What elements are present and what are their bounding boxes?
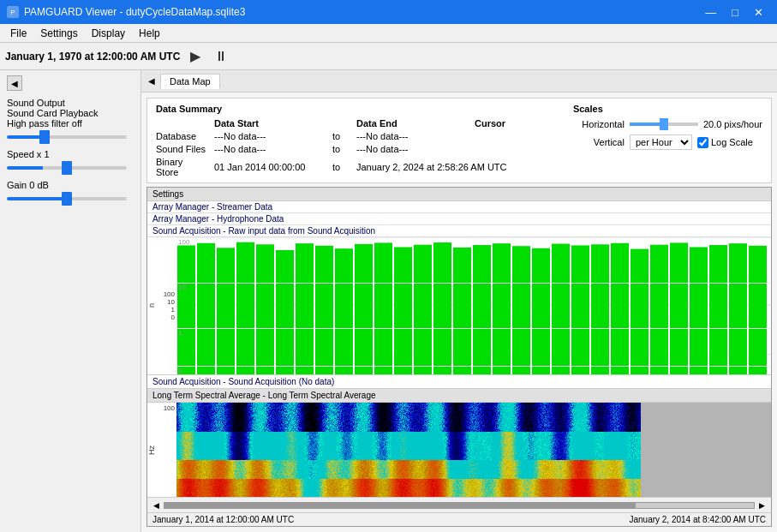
play-button[interactable]: ▶: [187, 46, 204, 66]
gain-slider[interactable]: [7, 197, 127, 200]
scroll-left-arrow[interactable]: ◀: [151, 501, 162, 510]
database-to: to: [332, 131, 350, 141]
timestamp-right: January 2, 2014 at 8:42:00 AM UTC: [629, 515, 766, 524]
high-pass-label: High pass filter off: [7, 118, 134, 129]
binary-store-start: 01 Jan 2014 00:00:00: [214, 162, 326, 172]
sound-acq-row[interactable]: Sound Acquisition - Sound Acquisition (N…: [147, 374, 771, 389]
horizontal-label: Horizontal: [573, 119, 625, 129]
menu-help[interactable]: Help: [132, 26, 167, 41]
y-label-1: 1: [171, 306, 175, 314]
sound-files-end: ---No data---: [356, 144, 468, 154]
high-pass-slider[interactable]: [7, 135, 127, 139]
sound-files-start: ---No data---: [214, 144, 326, 154]
minimize-button[interactable]: —: [698, 4, 723, 21]
scales-section: Scales Horizontal 20.0 pixs/hour Vertica…: [573, 104, 762, 177]
n-axis-label: n: [147, 303, 158, 308]
speed-label: Speed x 1: [7, 149, 134, 159]
maximize-button[interactable]: □: [725, 4, 745, 21]
data-summary-title: Data Summary: [156, 104, 545, 114]
horizontal-value: 20.0 pixs/hour: [703, 119, 762, 129]
sound-card-label: Sound Card Playback: [7, 108, 134, 118]
close-button[interactable]: ✕: [747, 4, 770, 21]
tab-bar: ◀ Data Map: [141, 70, 777, 93]
title-bar-text: PAMGUARD Viewer - dutyCycleDataMap.sqlit…: [24, 6, 245, 18]
sound-files-to: to: [332, 144, 350, 154]
y-label-10: 10: [167, 298, 175, 306]
spectrogram-area: Hz 100: [147, 403, 771, 497]
hz-axis-label: Hz: [147, 445, 158, 455]
title-bar: P PAMGUARD Viewer - dutyCycleDataMap.sql…: [0, 0, 777, 24]
hz-label-100: 100: [164, 404, 175, 412]
sound-files-label: Sound Files: [156, 144, 207, 154]
bottom-scrollbar: ◀ ▶: [147, 497, 771, 512]
app-icon: P: [7, 6, 19, 18]
speed-slider[interactable]: [7, 166, 127, 170]
menu-file[interactable]: File: [3, 26, 33, 41]
tab-data-map[interactable]: Data Map: [160, 74, 220, 89]
data-summary-panel: Data Summary Data Start Data End Cursor …: [146, 98, 772, 183]
sidebar: ◀ Sound Output Sound Card Playback High …: [0, 70, 141, 532]
menu-bar: File Settings Display Help: [0, 24, 777, 43]
data-end-header: Data End: [356, 118, 468, 129]
sound-output-label: Sound Output: [7, 98, 134, 108]
menu-display[interactable]: Display: [85, 26, 132, 41]
y-label-100: 100: [164, 290, 175, 298]
spectrogram-canvas: [176, 403, 771, 497]
scroll-thumb: [164, 503, 636, 508]
cursor-header: Cursor: [475, 118, 526, 129]
sidebar-collapse-button[interactable]: ◀: [7, 75, 22, 91]
gain-label: Gain 0 dB: [7, 180, 134, 190]
database-start: ---No data---: [214, 131, 326, 141]
horizontal-slider[interactable]: [630, 123, 698, 126]
tab-back-arrow[interactable]: ◀: [145, 76, 158, 86]
log-scale-label[interactable]: Log Scale: [697, 137, 753, 148]
data-start-header: Data Start: [214, 118, 326, 129]
array-hydrophone-row[interactable]: Array Manager - Hydrophone Data: [147, 213, 771, 225]
ltsa-header: Long Term Spectral Average - Long Term S…: [147, 389, 771, 403]
binary-store-end: January 2, 2024 at 2:58:26 AM UTC: [356, 162, 545, 172]
spectrogram-canvas-container: [176, 403, 771, 497]
sound-acq-raw-row[interactable]: Sound Acquisition - Raw input data from …: [147, 225, 771, 237]
settings-header: Settings: [147, 188, 771, 201]
vertical-label: Vertical: [573, 137, 625, 147]
vertical-select[interactable]: per Hour per Day per Week: [630, 134, 692, 150]
scales-title: Scales: [573, 104, 762, 114]
database-label: Database: [156, 131, 207, 141]
binary-store-to: to: [332, 162, 350, 172]
scroll-track[interactable]: [164, 502, 755, 509]
pause-button[interactable]: ⏸: [211, 47, 231, 66]
toolbar-datetime: January 1, 1970 at 12:00:00 AM UTC: [5, 51, 180, 63]
log-scale-checkbox[interactable]: [697, 137, 708, 148]
toolbar: January 1, 1970 at 12:00:00 AM UTC ▶ ⏸: [0, 43, 777, 70]
y-label-0: 0: [171, 314, 175, 321]
timestamp-left: January 1, 2014 at 12:00:00 AM UTC: [152, 515, 294, 524]
scroll-right-arrow[interactable]: ▶: [756, 501, 768, 510]
green-chart-area: 100 10 1 0: [176, 237, 771, 374]
menu-settings[interactable]: Settings: [33, 26, 84, 41]
database-end: ---No data---: [356, 131, 468, 141]
timestamps-bar: January 1, 2014 at 12:00:00 AM UTC Janua…: [147, 512, 771, 526]
binary-store-label: Binary Store: [156, 157, 207, 177]
log-scale-text: Log Scale: [711, 137, 753, 147]
green-bars-canvas: [176, 237, 771, 374]
data-map-area: Data Summary Data Start Data End Cursor …: [141, 93, 777, 532]
array-streamer-row[interactable]: Array Manager - Streamer Data: [147, 201, 771, 213]
